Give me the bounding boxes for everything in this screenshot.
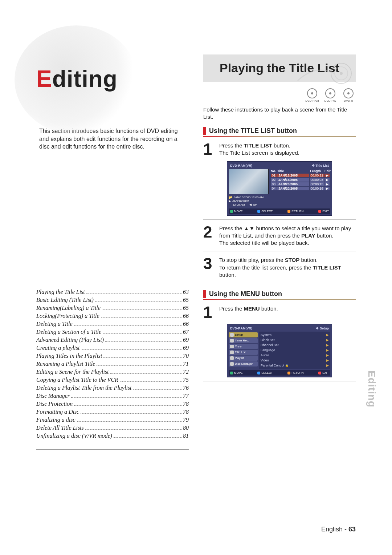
accent-line (203, 299, 356, 300)
step-3: 3 To stop title play, press the STOP but… (203, 256, 356, 279)
osd-menu-item: Playlist (229, 356, 258, 361)
chapter-accent-letter: E (36, 66, 52, 92)
toc-row: Advanced Editing (Play List)69 (36, 337, 189, 343)
toc-label: Deleting a Section of a Title (36, 329, 101, 335)
step-1: 1 Press the TITLE LIST button. The Title… (203, 142, 356, 157)
osd-setup-item: Video▶ (261, 358, 329, 363)
toc-row: Finalizing a disc79 (36, 417, 189, 423)
toc-row: Playing the Title List63 (36, 289, 189, 295)
toc-page: 77 (183, 393, 189, 399)
side-tab: Editing (366, 370, 377, 408)
toc-row: Deleting a Title66 (36, 321, 189, 327)
toc-page: 71 (183, 361, 189, 367)
toc-page: 63 (183, 289, 189, 295)
toc-row: Deleting a Section of a Title67 (36, 329, 189, 335)
osd-setup-item: Clock Set▶ (261, 337, 329, 343)
toc-label: Creating a playlist (36, 345, 79, 351)
osd-title-row: 03JAN/20/200500:00:15▶ (270, 182, 330, 186)
toc-label: Formatting a Disc (36, 409, 79, 415)
osd-menu-item: Setup (229, 332, 258, 337)
toc-page: 65 (183, 305, 189, 311)
step-number: 3 (203, 256, 216, 279)
svg-point-2 (340, 72, 343, 75)
divider (203, 219, 356, 220)
toc-row: Basic Editing (Title List)65 (36, 297, 189, 303)
subheading-title-list: Using the TITLE LIST button (203, 127, 356, 135)
step-number: 1 (203, 305, 216, 320)
step-number: 2 (203, 225, 216, 247)
osd-title-row: 04JAN/20/200500:00:16▶ (270, 186, 330, 191)
menu-step-1: 1 Press the MENU button. (203, 305, 356, 320)
toc-label: Playing Titles in the Playlist (36, 353, 102, 359)
toc-row: Creating a playlist69 (36, 345, 189, 351)
section-title-box: Playing the Title List (203, 54, 356, 82)
disc-icon: DVD-RW (323, 88, 338, 102)
toc-label: Copying a Playlist Title to the VCR (36, 377, 118, 383)
right-intro: Follow these instructions to play back a… (203, 106, 356, 120)
osd-menu-item: Title List (229, 350, 258, 355)
toc-page: 75 (183, 377, 189, 383)
toc-page: 69 (183, 337, 189, 343)
toc-label: Disc Manager (36, 393, 70, 399)
disc-icon: DVD-R (341, 88, 356, 102)
accent-line (203, 136, 356, 137)
toc-label: Playing the Title List (36, 289, 85, 295)
page-footer: English - 63 (321, 526, 356, 533)
osd-menu-item: Disc Manager (229, 361, 258, 366)
osd-setup: DVD-RAM(VR) ❖ Setup SetupTimer Rec.CopyT… (227, 324, 332, 377)
divider (203, 283, 356, 283)
subheading-menu: Using the MENU button (203, 290, 356, 298)
osd-menu-item: Timer Rec. (229, 338, 258, 343)
chapter-title-rest: diting (52, 66, 118, 92)
osd-setup-item: System▶ (261, 332, 329, 337)
toc-label: Editing a Scene for the Playlist (36, 369, 109, 375)
toc-row: Renaming(Labeling) a Title65 (36, 305, 189, 311)
toc-page: 69 (183, 345, 189, 351)
toc-row: Copying a Playlist Title to the VCR75 (36, 377, 189, 383)
toc-label: Renaming a Playlist Title (36, 361, 95, 367)
disc-art-icon (294, 61, 352, 86)
toc-page: 80 (183, 425, 189, 431)
osd-title-list: DVD-RAM(VR) ❖ Title List 📁 JAN/16/2005 1… (227, 161, 332, 216)
toc-row: Locking(Protecting) a Title66 (36, 313, 189, 319)
toc-row: Renaming a Playlist Title71 (36, 361, 189, 367)
table-of-contents: Playing the Title List63Basic Editing (T… (36, 289, 189, 439)
toc-label: Renaming(Labeling) a Title (36, 305, 101, 311)
toc-row: Disc Manager77 (36, 393, 189, 399)
toc-label: Unfinalizing a disc (V/VR mode) (36, 433, 112, 439)
chapter-header: Editing (36, 54, 189, 123)
toc-page: 65 (183, 297, 189, 303)
toc-page: 66 (183, 321, 189, 327)
disc-icon: DVD-RAM (305, 88, 319, 102)
toc-label: Disc Protection (36, 401, 73, 407)
step-number: 1 (203, 142, 216, 157)
toc-row: Unfinalizing a disc (V/VR mode)81 (36, 433, 189, 439)
toc-row: Delete All Title Lists80 (36, 425, 189, 431)
toc-page: 72 (183, 369, 189, 375)
toc-label: Locking(Protecting) a Title (36, 313, 99, 319)
osd-setup-item: Language▶ (261, 348, 329, 353)
toc-page: 66 (183, 313, 189, 319)
toc-bottom-rule (36, 449, 189, 450)
osd-menu-item: Copy (229, 344, 258, 349)
toc-page: 78 (183, 409, 189, 415)
osd-setup-item: Audio▶ (261, 353, 329, 358)
step-2: 2 Press the ▲▼ buttons to select a title… (203, 225, 356, 247)
toc-row: Disc Protection78 (36, 401, 189, 407)
toc-label: Basic Editing (Title List) (36, 297, 94, 303)
divider (203, 251, 356, 251)
toc-label: Deleting a Playlist Title from the Playl… (36, 385, 132, 391)
toc-page: 76 (183, 385, 189, 391)
toc-row: Formatting a Disc78 (36, 409, 189, 415)
osd-title-row: 01JAN/16/200500:00:21▶ (270, 173, 330, 178)
toc-label: Finalizing a disc (36, 417, 75, 423)
toc-page: 81 (183, 433, 189, 439)
disc-compatibility-icons: DVD-RAMDVD-RWDVD-R (203, 88, 356, 102)
osd-thumbnail (229, 169, 269, 194)
osd-setup-item: Channel Set▶ (261, 343, 329, 348)
toc-label: Delete All Title Lists (36, 425, 84, 431)
divider (203, 381, 356, 381)
toc-page: 79 (183, 417, 189, 423)
toc-row: Deleting a Playlist Title from the Playl… (36, 385, 189, 391)
toc-page: 67 (183, 329, 189, 335)
